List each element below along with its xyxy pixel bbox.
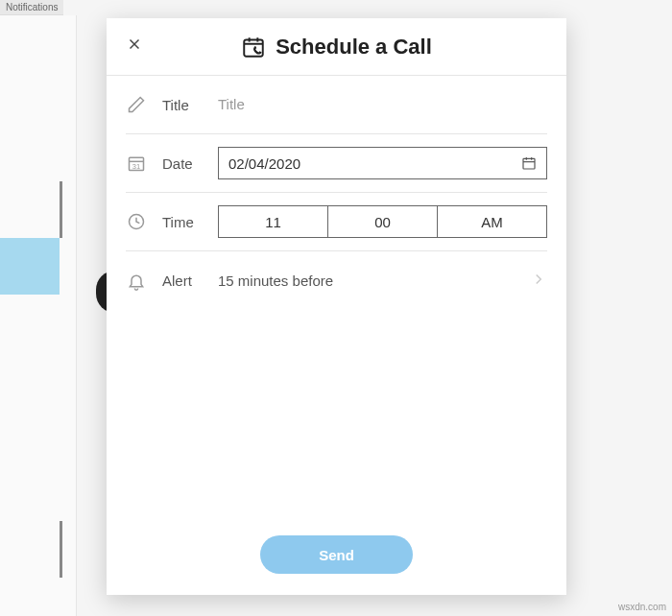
- bell-icon: [126, 271, 147, 292]
- calendar-picker-icon[interactable]: [521, 155, 537, 171]
- svg-text:31: 31: [132, 162, 140, 171]
- close-icon: [126, 36, 143, 53]
- sidebar-item[interactable]: [0, 578, 60, 616]
- top-tab-notifications[interactable]: Notifications: [0, 0, 63, 15]
- sidebar-list: [0, 125, 60, 616]
- sidebar-item[interactable]: [0, 464, 60, 521]
- date-label: Date: [162, 155, 203, 172]
- schedule-call-modal: Schedule a Call Title 31 Date 02/04/2020: [107, 18, 566, 595]
- svg-rect-9: [523, 158, 535, 169]
- time-ampm[interactable]: AM: [438, 205, 547, 238]
- pencil-icon: [126, 94, 147, 115]
- date-value: 02/04/2020: [228, 155, 300, 172]
- close-button[interactable]: [126, 36, 149, 59]
- time-picker: 11 00 AM: [218, 205, 547, 238]
- sidebar-item[interactable]: [0, 408, 60, 464]
- time-hour[interactable]: 11: [218, 205, 328, 238]
- sidebar-item[interactable]: [0, 351, 60, 408]
- time-label: Time: [162, 214, 203, 230]
- sidebar-item[interactable]: [0, 125, 60, 181]
- sidebar-item[interactable]: [0, 295, 60, 351]
- modal-footer: Send: [107, 535, 566, 595]
- top-tab-label: Notifications: [6, 2, 58, 12]
- modal-title: Schedule a Call: [276, 35, 432, 59]
- chevron-right-icon: [530, 271, 547, 292]
- calendar-icon: 31: [126, 153, 147, 174]
- title-label: Title: [162, 97, 203, 113]
- send-button[interactable]: Send: [260, 535, 413, 574]
- watermark: wsxdn.com: [618, 602, 666, 612]
- date-row: 31 Date 02/04/2020: [126, 134, 547, 193]
- alert-row[interactable]: Alert 15 minutes before: [126, 251, 547, 310]
- sidebar-item[interactable]: [0, 521, 62, 578]
- alert-value: 15 minutes before: [218, 272, 333, 289]
- clock-icon: [126, 211, 147, 232]
- sidebar-item[interactable]: [0, 181, 62, 238]
- title-row: Title: [126, 76, 547, 134]
- sidebar: [0, 15, 77, 616]
- modal-title-wrap: Schedule a Call: [107, 35, 566, 59]
- sidebar-item-selected[interactable]: [0, 238, 60, 295]
- title-input[interactable]: [218, 96, 547, 112]
- time-row: Time 11 00 AM: [126, 193, 547, 251]
- schedule-call-icon: [241, 35, 266, 59]
- date-input[interactable]: 02/04/2020: [218, 147, 547, 179]
- time-minute[interactable]: 00: [328, 205, 438, 238]
- modal-header: Schedule a Call: [107, 18, 566, 76]
- alert-label: Alert: [162, 272, 203, 289]
- modal-body: Title 31 Date 02/04/2020 Time: [107, 76, 566, 535]
